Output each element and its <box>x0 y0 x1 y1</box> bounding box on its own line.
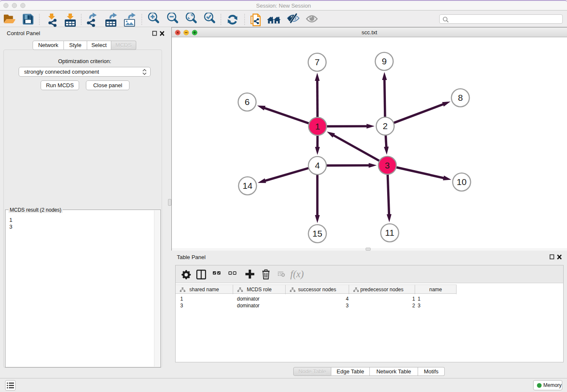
svg-text:f(x): f(x) <box>290 269 304 279</box>
svg-text:9: 9 <box>382 56 387 66</box>
svg-text:2: 2 <box>383 121 388 131</box>
svg-text:11: 11 <box>385 228 394 237</box>
svg-text:3: 3 <box>385 160 390 170</box>
svg-text:15: 15 <box>312 229 322 238</box>
svg-text:14: 14 <box>242 181 253 190</box>
svg-text:8: 8 <box>458 93 463 102</box>
svg-text:7: 7 <box>315 57 320 67</box>
svg-text:1: 1 <box>315 121 320 131</box>
svg-text:10: 10 <box>457 177 466 187</box>
svg-text:6: 6 <box>245 97 250 107</box>
svg-text:4: 4 <box>315 160 320 170</box>
